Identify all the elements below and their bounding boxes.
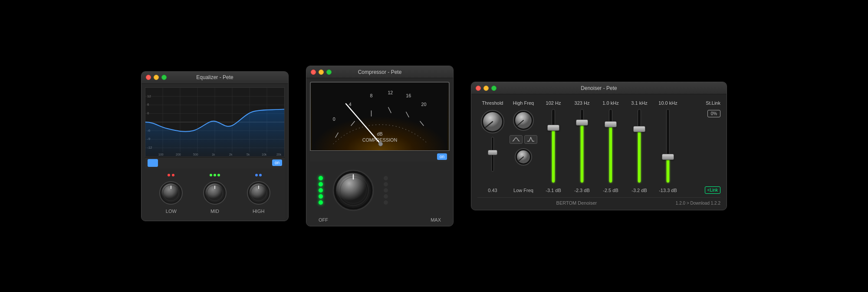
dn-fader-323hz — [568, 109, 596, 183]
dn-lowfreq-knob[interactable] — [514, 147, 533, 166]
comp-led-r3 — [384, 188, 388, 192]
vu-meter-svg: 4 8 12 16 20 0 dB COMPRESSION — [311, 83, 449, 150]
dn-fader-track-1[interactable] — [552, 109, 555, 183]
eq-nav-button[interactable] — [148, 159, 158, 167]
eq-maximize-button[interactable] — [161, 75, 167, 80]
dn-footer: BERTOM Denoiser 1.2.0 > Download 1.2.2 — [477, 197, 720, 206]
eq-curve-svg: 12 6 0 -6 -9 -12 100 200 500 1k 2k 5k 10… — [145, 88, 284, 156]
eq-low-label: LOW — [166, 209, 177, 214]
dn-threshold-value: 0.43 — [488, 188, 497, 193]
comp-minimize-button[interactable] — [319, 70, 324, 75]
svg-text:16: 16 — [406, 93, 411, 98]
svg-marker-28 — [151, 161, 154, 165]
eq-high-dot1 — [255, 174, 258, 176]
eq-mid-knob[interactable] — [202, 180, 228, 206]
eq-content: 12 6 0 -6 -9 -12 100 200 500 1k 2k 5k 10… — [141, 84, 288, 221]
dn-header-31khz: 3.1 kHz — [625, 99, 654, 106]
dn-highfreq-label: High Freq — [513, 100, 534, 106]
dn-link-button[interactable]: <Link — [705, 186, 720, 194]
dn-header-highfreq: High Freq — [508, 99, 539, 106]
comp-led-3 — [319, 188, 323, 192]
dn-shape-sharp[interactable] — [524, 135, 537, 144]
equalizer-title: Equalizer - Pete — [196, 74, 233, 80]
svg-point-57 — [378, 142, 383, 146]
comp-controls — [310, 162, 450, 217]
eq-mid-knob-group: MID — [202, 174, 228, 214]
dn-threshold-slider[interactable] — [488, 137, 497, 172]
eq-high-knob[interactable] — [246, 180, 272, 206]
dn-header-threshold: Threshold — [477, 99, 508, 106]
dn-headers: Threshold High Freq 102 Hz 323 Hz 1.0 kH… — [477, 99, 720, 106]
svg-text:12: 12 — [388, 90, 393, 95]
eq-high-knob-group: HIGH — [246, 174, 272, 214]
dn-1khz-value: -2.5 dB — [603, 188, 618, 193]
dn-traffic-lights — [476, 86, 496, 91]
eq-mid-dot3 — [217, 174, 220, 176]
dn-fader-track-5[interactable] — [666, 109, 670, 183]
compressor-title: Compressor - Pete — [358, 69, 402, 75]
equalizer-window: Equalizer - Pete — [141, 71, 289, 221]
comp-main-knob[interactable] — [332, 169, 375, 212]
vu-meter: 4 8 12 16 20 0 dB COMPRESSION — [310, 82, 450, 151]
eq-high-dot2 — [259, 174, 262, 176]
dn-fader-track-2[interactable] — [580, 109, 584, 183]
dn-102hz-value: -3.1 dB — [546, 188, 561, 193]
comp-led-r4 — [384, 194, 388, 199]
dn-threshold-knob[interactable] — [480, 109, 505, 134]
dn-highfreq-knob[interactable] — [512, 109, 535, 132]
dn-shapes-section — [510, 135, 537, 144]
eq-close-button[interactable] — [146, 75, 151, 80]
svg-text:8: 8 — [370, 93, 373, 98]
eq-mid-dot1 — [210, 174, 212, 176]
equalizer-titlebar: Equalizer - Pete — [141, 72, 288, 84]
eq-low-dot1 — [168, 174, 170, 176]
comp-leds-right — [384, 176, 388, 205]
denoiser-title: Denoiser - Pete — [581, 85, 617, 91]
dn-fader-track-3[interactable] — [609, 109, 612, 183]
dn-323hz-value: -2.3 dB — [574, 188, 589, 193]
dn-31khz-label: 3.1 kHz — [631, 100, 647, 106]
dn-fader-track-4[interactable] — [638, 109, 641, 183]
eq-on-button[interactable]: on — [272, 159, 282, 166]
svg-text:6: 6 — [147, 103, 149, 106]
dn-shape-smooth[interactable] — [510, 135, 523, 144]
compressor-window: Compressor - Pete 4 8 12 — [306, 66, 454, 226]
dn-controls: 0% — [477, 109, 720, 183]
comp-maximize-button[interactable] — [326, 70, 332, 75]
smooth-curve-icon — [512, 137, 520, 142]
dn-version: 1.2.0 > Download 1.2.2 — [676, 201, 720, 206]
eq-low-knob[interactable] — [158, 180, 184, 206]
comp-labels: OFF MAX — [310, 217, 450, 222]
arrow-left-icon — [151, 161, 155, 165]
dn-close-button[interactable] — [476, 86, 481, 91]
dn-highfreq-value: Low Freq — [513, 188, 533, 193]
compressor-titlebar: Compressor - Pete — [306, 66, 453, 78]
svg-text:12: 12 — [147, 94, 151, 98]
dn-threshold-label: Threshold — [482, 100, 503, 106]
eq-traffic-lights — [146, 75, 167, 80]
dn-minimize-button[interactable] — [483, 86, 489, 91]
svg-text:dB: dB — [377, 131, 382, 136]
dn-10khz-value: -13.3 dB — [659, 188, 677, 193]
comp-led-2 — [319, 182, 323, 186]
comp-led-knob-row — [319, 169, 441, 212]
sharp-curve-icon — [527, 137, 535, 142]
svg-text:20: 20 — [421, 102, 426, 107]
dn-fader-10khz — [654, 109, 682, 183]
eq-low-knob-group: LOW — [158, 174, 184, 214]
eq-graph[interactable]: 12 6 0 -6 -9 -12 100 200 500 1k 2k 5k 10… — [145, 87, 285, 157]
comp-on-button[interactable]: on — [437, 153, 447, 160]
svg-text:4: 4 — [349, 102, 352, 107]
comp-off-label: OFF — [319, 217, 328, 222]
comp-led-5 — [319, 200, 323, 205]
dn-threshold-section — [477, 109, 508, 172]
dn-maximize-button[interactable] — [491, 86, 496, 91]
dn-fader-1khz — [596, 109, 625, 183]
eq-minimize-button[interactable] — [154, 75, 159, 80]
eq-mid-label: MID — [210, 209, 219, 214]
comp-close-button[interactable] — [311, 70, 316, 75]
dn-header-102hz: 102 Hz — [539, 99, 568, 106]
comp-led-r2 — [384, 182, 388, 186]
dn-10khz-label: 10.0 kHz — [658, 100, 677, 106]
denoiser-window: Denoiser - Pete Threshold High Freq 102 … — [471, 82, 727, 210]
